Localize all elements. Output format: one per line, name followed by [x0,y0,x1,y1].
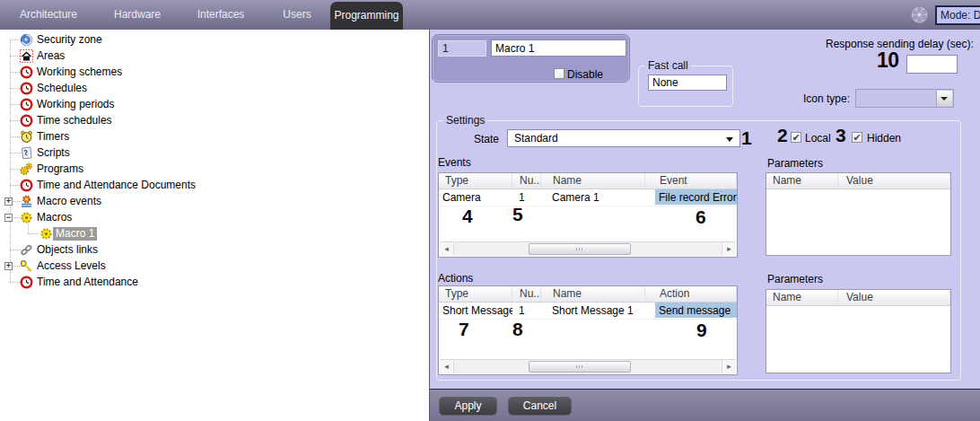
annotation-number-3: 3 [836,126,845,145]
local-checkbox[interactable] [791,132,801,143]
events-label: Events [438,156,471,169]
red-clock-icon [20,179,33,192]
macro-id-field[interactable] [438,40,486,57]
table-cell[interactable]: Send message [645,303,737,319]
column-header-value[interactable]: Value [838,173,950,189]
icon-type-dropdown[interactable] [855,89,954,108]
tab-hardware[interactable]: Hardware [97,0,178,30]
disable-checkbox[interactable] [554,68,564,79]
column-header-nu[interactable]: Nu... [512,173,541,189]
sidebar-item-scripts[interactable]: Scripts [0,145,422,161]
tree-item-label: Working schemes [34,66,125,79]
fast-call-label: Fast call [645,59,691,72]
tree-item-label: Scripts [34,146,73,160]
response-delay-field[interactable] [906,55,958,74]
sidebar-item-programs[interactable]: Programs [0,162,422,177]
sidebar-item-timers[interactable]: Timers [0,129,422,145]
sidebar-item-security-zone[interactable]: Security zone [0,32,422,48]
table-row[interactable]: Camera1Camera 1File record Error [439,189,737,206]
sidebar-item-working-schemes[interactable]: Working schemes [0,65,422,80]
table-header: TypeNu...NameEvent [439,173,737,189]
gear-icon[interactable] [910,5,929,24]
cancel-button[interactable]: Cancel [508,397,572,416]
sidebar-item-time-schedules[interactable]: Time schedules [0,113,422,128]
apply-button[interactable]: Apply [439,397,497,416]
tab-users[interactable]: Users [264,0,330,30]
macro-icon [39,227,53,241]
tab-interfaces[interactable]: Interfaces [178,0,264,30]
column-header-name[interactable]: Name [541,173,645,189]
sidebar-item-time-and-attendance[interactable]: Time and Attendance [0,275,422,290]
table-cell[interactable]: File record Error [645,189,737,206]
column-header-name[interactable]: Name [766,290,838,305]
sidebar-item-macro-events[interactable]: +Macro events [0,194,422,209]
events-table: TypeNu...NameEventCamera1Camera 1File re… [438,172,738,258]
scrollbar-thumb[interactable] [529,361,631,373]
column-header-event[interactable]: Event [645,173,737,189]
scrollbar-thumb[interactable] [529,243,631,255]
column-header-name[interactable]: Name [766,173,838,189]
tree-item-label: Security zone [34,33,105,47]
expand-icon[interactable]: + [4,262,13,270]
sidebar-item-macro-1[interactable]: Macro 1 [0,226,422,241]
tree-item-label: Objects links [34,243,101,257]
sidebar-item-schedules[interactable]: Schedules [0,81,422,96]
nav-tabs: ArchitectureHardwareInterfacesUsersProgr… [0,0,808,30]
state-dropdown[interactable]: Standard [507,129,740,147]
column-header-action[interactable]: Action [645,286,737,302]
table-row[interactable]: Short Message1Short Message 1Send messag… [439,303,737,320]
column-header-type[interactable]: Type [439,286,512,302]
cell-text: 1 [512,191,525,204]
horizontal-scrollbar[interactable]: ◂▸ [440,241,736,256]
actions-label: Actions [438,272,473,285]
mode-indicator: Mode: De [935,5,980,25]
expand-icon[interactable]: + [4,197,13,206]
sidebar-item-working-periods[interactable]: Working periods [0,97,422,112]
red-clock-icon [20,114,33,127]
sidebar-item-areas[interactable]: Areas [0,48,422,64]
table-header: NameValue [766,290,950,306]
tab-architecture[interactable]: Architecture [0,0,97,30]
annotation-number-6: 6 [696,207,705,226]
cell-text: 1 [512,304,525,317]
scroll-left-icon[interactable]: ◂ [440,242,454,256]
alarm-clock-icon [20,130,33,144]
cell-text: Camera 1 [541,191,599,204]
hidden-label: Hidden [867,132,901,145]
column-header-type[interactable]: Type [439,173,512,189]
navigation-tree: Security zoneAreasWorking schemesSchedul… [0,30,430,421]
chevron-down-icon [726,137,733,142]
fast-call-field[interactable] [648,75,727,91]
sidebar-item-access-levels[interactable]: +Access Levels [0,259,422,274]
tree-item-label: Macro 1 [53,227,97,241]
table-header: TypeNu...NameAction [439,286,737,303]
sidebar-item-objects-links[interactable]: Objects links [0,242,422,258]
tree-item-label: Programs [34,162,86,176]
annotation-number-5: 5 [512,205,522,224]
column-header-nu[interactable]: Nu... [512,286,541,302]
sidebar-item-macros[interactable]: −Macros [0,210,422,225]
sidebar-item-time-and-attendance-documents[interactable]: Time and Attendance Documents [0,178,422,193]
table-cell: Short Message 1 [541,303,645,319]
column-header-value[interactable]: Value [838,290,950,305]
table-cell: 1 [512,303,541,319]
hidden-checkbox[interactable] [852,132,862,143]
bottom-action-strip: Apply Cancel [430,389,980,421]
annotation-number-1: 1 [741,128,751,147]
icon-type-dropdown-arrow-icon[interactable] [936,91,952,106]
disable-label: Disable [567,68,603,81]
tree-item-label: Working periods [34,98,117,111]
macro-name-field[interactable] [491,39,626,57]
scroll-right-icon[interactable]: ▸ [722,360,736,373]
scroll-right-icon[interactable]: ▸ [722,242,736,256]
table-cell: Short Message [439,303,512,319]
collapse-icon[interactable]: − [4,214,13,222]
actions-parameters-table: NameValue [766,289,951,373]
annotation-number-8: 8 [512,320,522,338]
icon-type-label: Icon type: [803,92,850,105]
script-icon [20,146,33,160]
column-header-name[interactable]: Name [541,286,645,302]
tab-programming[interactable]: Programming [330,2,403,30]
horizontal-scrollbar[interactable]: ◂▸ [440,359,736,373]
scroll-left-icon[interactable]: ◂ [440,360,454,373]
